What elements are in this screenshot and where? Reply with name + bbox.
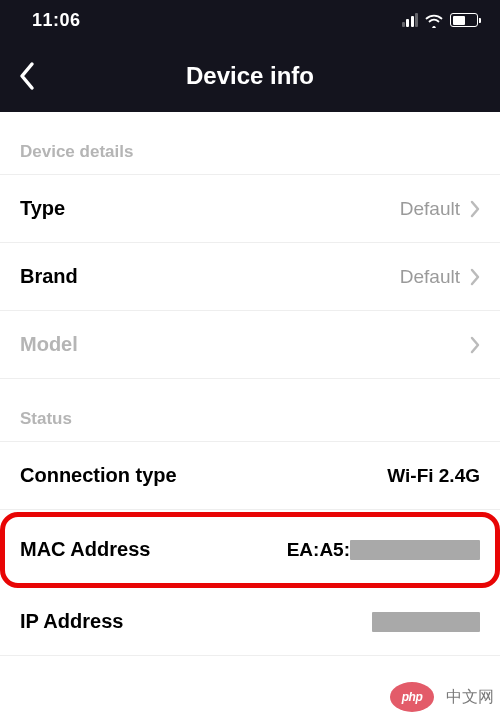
redacted-block: [350, 540, 480, 560]
chevron-right-icon: [470, 200, 480, 218]
status-time: 11:06: [32, 10, 81, 31]
page-title: Device info: [186, 62, 314, 90]
row-connection-type: Connection type Wi-Fi 2.4G: [0, 441, 500, 510]
watermark-text: 中文网: [446, 687, 494, 708]
section-header-status: Status: [0, 379, 500, 441]
row-value-connection: Wi-Fi 2.4G: [387, 465, 480, 487]
watermark-logo: php: [390, 682, 434, 712]
redacted-block: [372, 612, 480, 632]
row-label-connection: Connection type: [20, 464, 177, 487]
row-value-mac: EA:A5:: [287, 539, 480, 561]
back-button[interactable]: [12, 55, 42, 97]
row-label-brand: Brand: [20, 265, 78, 288]
status-bar: 11:06: [0, 0, 500, 40]
row-label-type: Type: [20, 197, 65, 220]
section-header-details: Device details: [0, 112, 500, 174]
row-model[interactable]: Model: [0, 311, 500, 379]
wifi-icon: [424, 12, 444, 28]
row-brand[interactable]: Brand Default: [0, 243, 500, 311]
row-type[interactable]: Type Default: [0, 174, 500, 243]
row-mac-address: MAC Address EA:A5:: [4, 516, 496, 584]
row-value-type: Default: [400, 198, 460, 220]
row-label-model: Model: [20, 333, 78, 356]
chevron-right-icon: [470, 336, 480, 354]
battery-icon: [450, 13, 478, 27]
chevron-right-icon: [470, 268, 480, 286]
row-label-mac: MAC Address: [20, 538, 150, 561]
row-label-ip: IP Address: [20, 610, 123, 633]
header: Device info: [0, 40, 500, 112]
cellular-signal-icon: [402, 13, 419, 27]
status-icons: [402, 12, 479, 28]
row-ip-address: IP Address: [0, 588, 500, 656]
chevron-left-icon: [18, 61, 36, 91]
row-value-brand: Default: [400, 266, 460, 288]
